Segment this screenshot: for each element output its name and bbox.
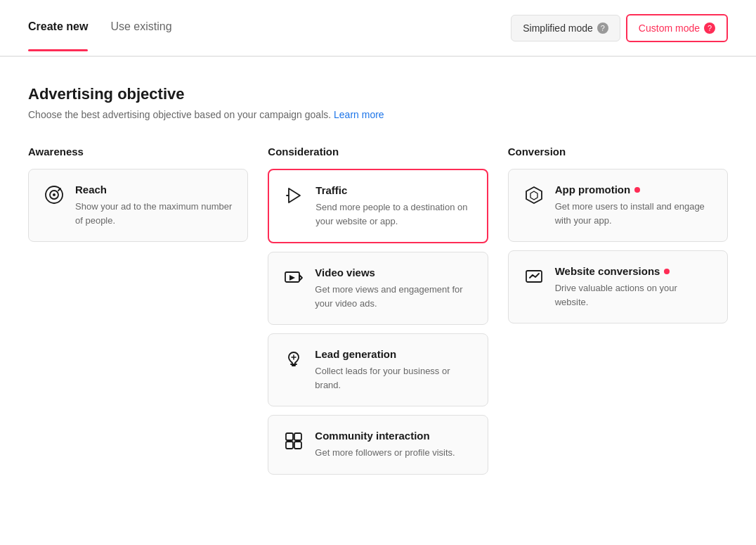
app-promotion-icon xyxy=(523,184,545,206)
community-interaction-title: Community interaction xyxy=(315,430,455,442)
traffic-desc: Send more people to a destination on you… xyxy=(315,200,472,228)
conversion-header: Conversion xyxy=(508,146,728,158)
app-promotion-content: App promotion Get more users to install … xyxy=(555,184,713,227)
website-conversions-icon xyxy=(523,265,545,288)
svg-marker-8 xyxy=(289,275,295,281)
section-title: Advertising objective xyxy=(28,85,728,103)
awareness-column: Awareness Reach Show your ad to the maxi xyxy=(28,146,248,483)
lead-generation-content: Lead generation Collect leads for your b… xyxy=(315,348,473,392)
reach-icon xyxy=(43,184,65,206)
video-views-card-row: Video views Get more views and engagemen… xyxy=(282,267,473,310)
website-conversions-card-row: Website conversions Drive valuable actio… xyxy=(523,265,713,309)
svg-line-3 xyxy=(58,188,60,191)
awareness-header: Awareness xyxy=(28,146,248,158)
website-conversions-card[interactable]: Website conversions Drive valuable actio… xyxy=(508,250,728,323)
video-views-content: Video views Get more views and engagemen… xyxy=(315,267,473,310)
reach-content: Reach Show your ad to the maximum number… xyxy=(75,184,233,227)
app-promotion-card[interactable]: App promotion Get more users to install … xyxy=(508,169,728,242)
lead-generation-card-row: Lead generation Collect leads for your b… xyxy=(282,348,473,392)
simplified-mode-button[interactable]: Simplified mode ? xyxy=(511,15,620,41)
lead-generation-desc: Collect leads for your business or brand… xyxy=(315,364,473,392)
simplified-help-icon[interactable]: ? xyxy=(597,23,608,34)
app-promotion-card-row: App promotion Get more users to install … xyxy=(523,184,713,227)
custom-help-icon[interactable]: ? xyxy=(704,23,715,34)
svg-marker-7 xyxy=(299,275,302,281)
website-conversions-desc: Drive valuable actions on your website. xyxy=(555,281,713,309)
video-views-desc: Get more views and engagement for your v… xyxy=(315,283,473,310)
svg-marker-16 xyxy=(526,187,542,203)
community-interaction-desc: Get more followers or profile visits. xyxy=(315,446,455,460)
reach-desc: Show your ad to the maximum number of pe… xyxy=(75,200,233,227)
mode-controls: Simplified mode ? Custom mode ? xyxy=(511,14,728,42)
tab-create-new[interactable]: Create new xyxy=(28,20,88,36)
svg-rect-12 xyxy=(286,433,293,440)
reach-card-row: Reach Show your ad to the maximum number… xyxy=(43,184,233,227)
traffic-icon xyxy=(283,184,306,207)
community-interaction-icon xyxy=(282,430,305,452)
nav-tabs: Create new Use existing xyxy=(28,20,172,36)
traffic-card-row: Traffic Send more people to a destinatio… xyxy=(283,184,472,228)
video-views-title: Video views xyxy=(315,267,473,278)
consideration-column: Consideration Traffic Send more people t… xyxy=(268,146,488,483)
community-interaction-content: Community interaction Get more followers… xyxy=(315,430,455,460)
website-conversions-beta-dot xyxy=(664,269,670,274)
custom-mode-button[interactable]: Custom mode ? xyxy=(626,14,728,42)
app-promotion-title: App promotion xyxy=(555,184,713,195)
lead-generation-title: Lead generation xyxy=(315,348,473,360)
reach-title: Reach xyxy=(75,184,233,195)
video-views-card[interactable]: Video views Get more views and engagemen… xyxy=(268,252,488,325)
top-nav: Create new Use existing Simplified mode … xyxy=(0,0,756,56)
svg-rect-14 xyxy=(286,442,293,449)
community-interaction-card[interactable]: Community interaction Get more followers… xyxy=(268,415,488,475)
video-views-icon xyxy=(282,267,305,289)
lead-generation-icon xyxy=(282,348,305,371)
reach-card[interactable]: Reach Show your ad to the maximum number… xyxy=(28,169,248,242)
consideration-header: Consideration xyxy=(268,146,488,158)
community-interaction-card-row: Community interaction Get more followers… xyxy=(282,430,473,460)
svg-marker-4 xyxy=(289,188,300,203)
traffic-card[interactable]: Traffic Send more people to a destinatio… xyxy=(268,169,488,243)
svg-rect-15 xyxy=(294,442,301,449)
svg-marker-17 xyxy=(530,191,537,200)
tab-use-existing[interactable]: Use existing xyxy=(110,20,171,36)
website-conversions-content: Website conversions Drive valuable actio… xyxy=(555,265,713,309)
learn-more-link[interactable]: Learn more xyxy=(334,109,384,120)
custom-mode-label: Custom mode xyxy=(639,23,700,34)
main-content: Advertising objective Choose the best ad… xyxy=(0,57,756,511)
app-promotion-beta-dot xyxy=(634,187,640,193)
conversion-column: Conversion App promotion Ge xyxy=(508,146,728,483)
section-subtitle: Choose the best advertising objective ba… xyxy=(28,109,728,120)
lead-generation-card[interactable]: Lead generation Collect leads for your b… xyxy=(268,333,488,406)
app-promotion-desc: Get more users to install and engage wit… xyxy=(555,200,713,227)
traffic-title: Traffic xyxy=(315,184,472,196)
traffic-content: Traffic Send more people to a destinatio… xyxy=(315,184,472,228)
website-conversions-title: Website conversions xyxy=(555,265,713,277)
svg-rect-13 xyxy=(294,433,301,440)
svg-point-2 xyxy=(53,193,56,196)
objectives-grid: Awareness Reach Show your ad to the maxi xyxy=(28,146,728,483)
subtitle-text: Choose the best advertising objective ba… xyxy=(28,109,331,120)
simplified-mode-label: Simplified mode xyxy=(523,23,593,34)
